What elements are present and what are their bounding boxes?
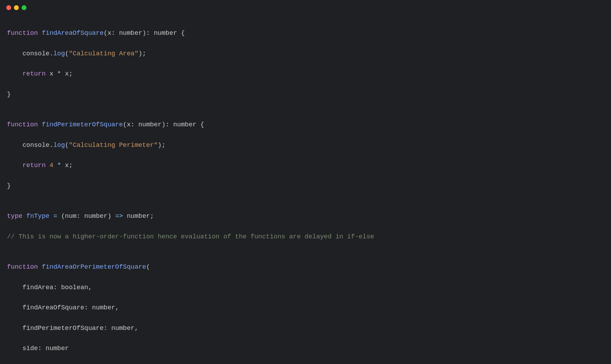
minimize-icon[interactable] — [14, 5, 19, 10]
code-line: findAreaOfSquare: number, — [7, 303, 604, 313]
code-line: return 4 * x; — [7, 160, 604, 171]
code-line: side: number — [7, 343, 604, 354]
code-line: function findPerimeterOfSquare(x: number… — [7, 120, 604, 130]
code-line: function findAreaOrPerimeterOfSquare( — [7, 262, 604, 272]
editor-window: function findAreaOfSquare(x: number): nu… — [0, 0, 611, 364]
maximize-icon[interactable] — [22, 5, 26, 10]
code-line: findArea: boolean, — [7, 283, 604, 293]
window-titlebar — [0, 0, 611, 15]
code-line: console.log("Calculating Perimeter"); — [7, 140, 604, 150]
close-icon[interactable] — [6, 5, 11, 10]
code-line: type fnType = (num: number) => number; — [7, 211, 604, 221]
code-editor[interactable]: function findAreaOfSquare(x: number): nu… — [0, 15, 611, 364]
code-line: function findAreaOfSquare(x: number): nu… — [7, 28, 604, 38]
code-line: } — [7, 89, 604, 100]
code-line: } — [7, 181, 604, 191]
code-line: return x * x; — [7, 69, 604, 79]
code-line: console.log("Calculating Area"); — [7, 49, 604, 59]
code-line: // This is now a higher-order-function h… — [7, 232, 604, 242]
code-line: findPerimeterOfSquare: number, — [7, 323, 604, 333]
